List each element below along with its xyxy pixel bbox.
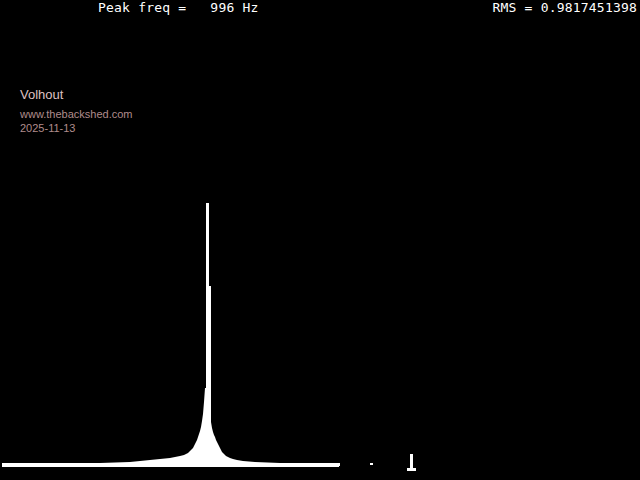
spectrum-trace: [0, 0, 640, 480]
fft-analyzer-screen: Peak freq = 996 Hz RMS = 0.9817451398 Vo…: [0, 0, 640, 480]
